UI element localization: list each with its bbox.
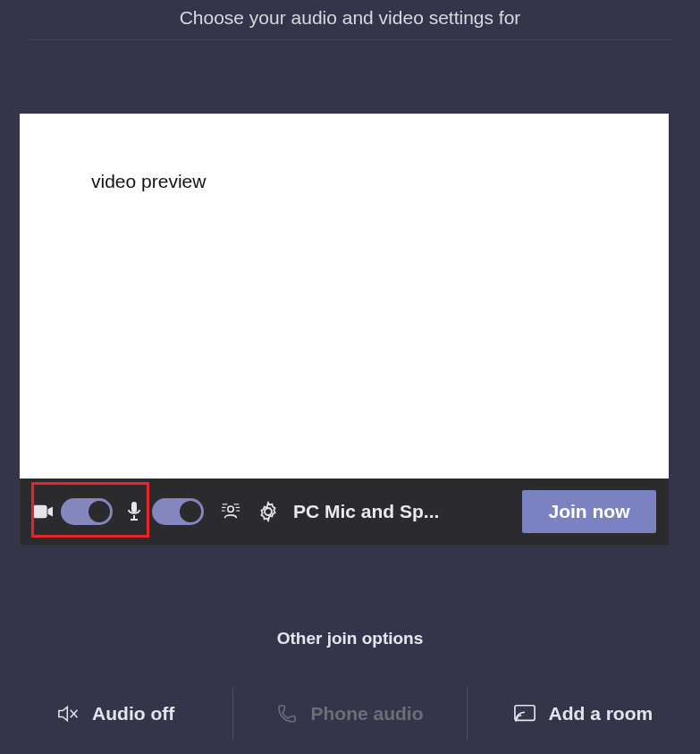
settings-icon[interactable] bbox=[257, 501, 279, 522]
svg-rect-0 bbox=[33, 505, 47, 519]
camera-toggle[interactable] bbox=[61, 498, 113, 525]
option-label: Add a room bbox=[548, 703, 653, 724]
camera-toggle-group bbox=[32, 498, 113, 525]
add-room-option[interactable]: Add a room bbox=[468, 688, 700, 740]
speaker-muted-icon bbox=[58, 703, 80, 724]
phone-icon bbox=[276, 703, 298, 724]
phone-audio-option: Phone audio bbox=[233, 688, 466, 740]
toggle-knob bbox=[89, 501, 110, 522]
join-button[interactable]: Join now bbox=[522, 490, 656, 533]
device-label[interactable]: PC Mic and Sp... bbox=[293, 501, 452, 522]
audio-off-option[interactable]: Audio off bbox=[0, 688, 232, 740]
svg-point-4 bbox=[228, 506, 233, 512]
controls-bar: PC Mic and Sp... Join now bbox=[20, 479, 669, 545]
divider bbox=[27, 39, 673, 40]
cast-icon bbox=[514, 703, 536, 724]
toggle-knob bbox=[180, 501, 201, 522]
mic-toggle[interactable] bbox=[152, 498, 204, 525]
options-row: Audio off Phone audio Add a room bbox=[0, 677, 700, 750]
svg-rect-1 bbox=[131, 502, 137, 513]
option-label: Phone audio bbox=[310, 703, 423, 724]
video-preview: video preview bbox=[20, 114, 669, 479]
other-options-title: Other join options bbox=[0, 629, 700, 648]
page-title: Choose your audio and video settings for bbox=[0, 0, 700, 39]
mic-icon bbox=[123, 501, 145, 522]
mic-toggle-group bbox=[123, 498, 204, 525]
preview-container: video preview bbox=[20, 114, 673, 545]
camera-icon bbox=[32, 501, 54, 522]
background-blur-icon[interactable] bbox=[220, 501, 241, 522]
video-preview-label: video preview bbox=[91, 171, 206, 192]
option-label: Audio off bbox=[92, 703, 174, 724]
